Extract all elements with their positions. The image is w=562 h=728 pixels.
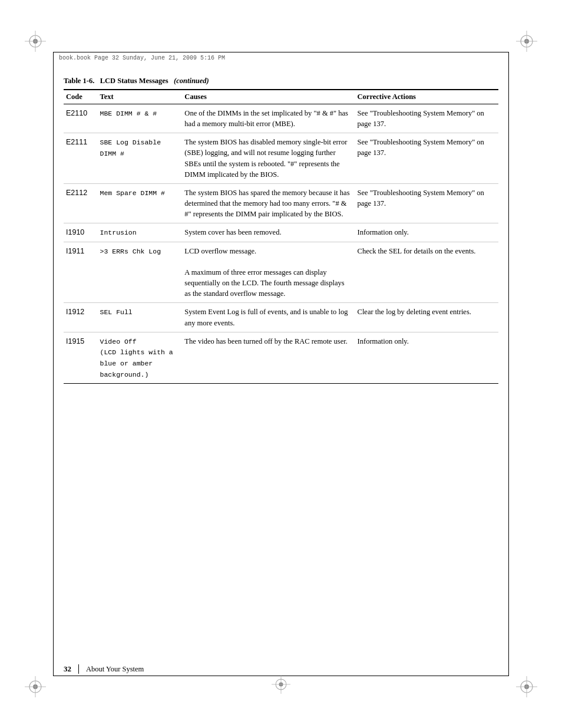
table-row: E2110MBE DIMM # & #One of the DIMMs in t… bbox=[64, 104, 498, 133]
main-content: Table 1-6. LCD Status Messages (continue… bbox=[64, 77, 498, 657]
cell-code: I1910 bbox=[64, 223, 98, 242]
cell-actions: Check the SEL for details on the events. bbox=[355, 242, 498, 303]
cell-causes: System cover has been removed. bbox=[182, 223, 355, 242]
footer-section-title: About Your System bbox=[86, 665, 144, 674]
table-row: E2112Mem Spare DIMM #The system BIOS has… bbox=[64, 183, 498, 223]
table-row: I1910IntrusionSystem cover has been remo… bbox=[64, 223, 498, 242]
reg-mark-bottom-left bbox=[25, 676, 46, 697]
cell-text: SBE Log Disable DIMM # bbox=[98, 133, 183, 184]
page-footer: 32 About Your System bbox=[64, 664, 498, 674]
header-bar: book.book Page 32 Sunday, June 21, 2009 … bbox=[59, 55, 503, 61]
table-desc: LCD Status Messages bbox=[100, 77, 168, 85]
table-row: I1911>3 ERRs Chk LogLCD overflow message… bbox=[64, 242, 498, 303]
cell-causes: The system BIOS has spared the memory be… bbox=[182, 183, 355, 223]
cell-code: I1915 bbox=[64, 332, 98, 384]
col-header-actions: Corrective Actions bbox=[355, 90, 498, 104]
cell-text: SEL Full bbox=[98, 303, 183, 332]
col-header-causes: Causes bbox=[182, 90, 355, 104]
cell-code: E2111 bbox=[64, 133, 98, 184]
table-continued: (continued) bbox=[174, 77, 209, 85]
reg-mark-bottom-center bbox=[272, 675, 290, 696]
page: book.book Page 32 Sunday, June 21, 2009 … bbox=[0, 0, 562, 728]
lcd-status-table: Code Text Causes Corrective Actions E211… bbox=[64, 89, 498, 384]
cell-causes: System Event Log is full of events, and … bbox=[182, 303, 355, 332]
table-row: I1912SEL FullSystem Event Log is full of… bbox=[64, 303, 498, 332]
cell-code: I1911 bbox=[64, 242, 98, 303]
reg-mark-top-left bbox=[25, 31, 46, 52]
cell-actions: See "Troubleshooting System Memory" on p… bbox=[355, 183, 498, 223]
cell-actions: Information only. bbox=[355, 223, 498, 242]
cell-text: Intrusion bbox=[98, 223, 183, 242]
cell-text: Video Off(LCD lights with a blue or ambe… bbox=[98, 332, 183, 384]
table-label: Table 1-6. bbox=[64, 77, 94, 85]
footer-divider bbox=[78, 664, 79, 674]
reg-mark-top-right bbox=[516, 31, 537, 52]
cell-actions: Clear the log by deleting event entries. bbox=[355, 303, 498, 332]
table-row: I1915Video Off(LCD lights with a blue or… bbox=[64, 332, 498, 384]
reg-mark-bottom-right bbox=[516, 676, 537, 697]
cell-text: MBE DIMM # & # bbox=[98, 104, 183, 133]
cell-actions: See "Troubleshooting System Memory" on p… bbox=[355, 104, 498, 133]
cell-text: >3 ERRs Chk Log bbox=[98, 242, 183, 303]
table-header-row: Code Text Causes Corrective Actions bbox=[64, 90, 498, 104]
table-row: E2111SBE Log Disable DIMM #The system BI… bbox=[64, 133, 498, 184]
cell-code: E2110 bbox=[64, 104, 98, 133]
border-line-left bbox=[53, 52, 54, 676]
col-header-text: Text bbox=[98, 90, 183, 104]
cell-code: E2112 bbox=[64, 183, 98, 223]
cell-actions: Information only. bbox=[355, 332, 498, 384]
cell-actions: See "Troubleshooting System Memory" on p… bbox=[355, 133, 498, 184]
cell-causes: The system BIOS has disabled memory sing… bbox=[182, 133, 355, 184]
col-header-code: Code bbox=[64, 90, 98, 104]
cell-text: Mem Spare DIMM # bbox=[98, 183, 183, 223]
header-text: book.book Page 32 Sunday, June 21, 2009 … bbox=[59, 55, 225, 61]
page-number: 32 bbox=[64, 664, 71, 674]
border-line-right bbox=[508, 52, 509, 676]
table-title: Table 1-6. LCD Status Messages (continue… bbox=[64, 77, 498, 85]
border-line-top bbox=[53, 52, 509, 52]
cell-causes: One of the DIMMs in the set implicated b… bbox=[182, 104, 355, 133]
cell-causes: LCD overflow message.A maximum of three … bbox=[182, 242, 355, 303]
cell-causes: The video has been turned off by the RAC… bbox=[182, 332, 355, 384]
cell-code: I1912 bbox=[64, 303, 98, 332]
